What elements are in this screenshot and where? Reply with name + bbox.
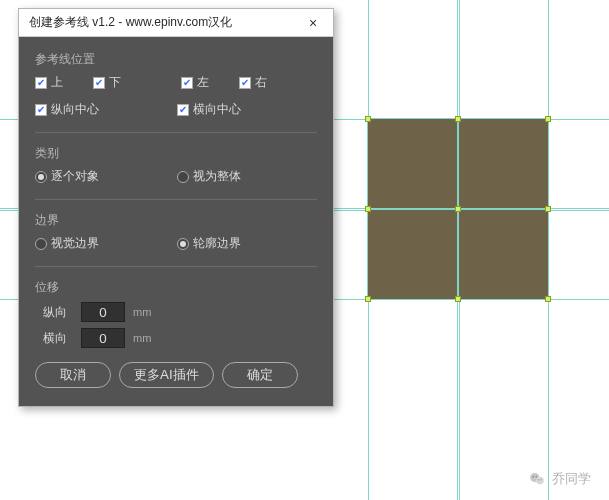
dialog-body: 参考线位置 ✔ 上 ✔ 下 ✔ 左 ✔ 右 — [19, 37, 333, 406]
section-category: 类别 逐个对象 视为整体 — [35, 145, 317, 185]
check-label: 纵向中心 — [51, 101, 99, 118]
radio-label: 轮廓边界 — [193, 235, 241, 252]
check-label: 横向中心 — [193, 101, 241, 118]
cancel-button[interactable]: 取消 — [35, 362, 111, 388]
radio-label: 视为整体 — [193, 168, 241, 185]
wechat-icon — [528, 470, 546, 488]
check-right[interactable]: ✔ 右 — [239, 74, 293, 91]
checkbox-icon: ✔ — [181, 77, 193, 89]
checkbox-icon: ✔ — [177, 104, 189, 116]
divider — [35, 266, 317, 267]
watermark: 乔同学 — [528, 470, 591, 488]
check-label: 下 — [109, 74, 121, 91]
radio-icon — [35, 171, 47, 183]
selection-handle[interactable] — [545, 116, 551, 122]
create-guides-dialog: 创建参考线 v1.2 - www.epinv.com汉化 × 参考线位置 ✔ 上… — [18, 8, 334, 407]
check-label: 左 — [197, 74, 209, 91]
selection-handle[interactable] — [545, 296, 551, 302]
button-label: 取消 — [60, 366, 86, 384]
check-left[interactable]: ✔ 左 — [181, 74, 235, 91]
more-plugins-button[interactable]: 更多AI插件 — [119, 362, 214, 388]
check-bottom[interactable]: ✔ 下 — [93, 74, 147, 91]
ok-button[interactable]: 确定 — [222, 362, 298, 388]
canvas-object[interactable] — [459, 210, 548, 299]
checkbox-icon: ✔ — [239, 77, 251, 89]
canvas-object[interactable] — [368, 210, 457, 299]
titlebar[interactable]: 创建参考线 v1.2 - www.epinv.com汉化 × — [19, 9, 333, 37]
offset-v-input[interactable] — [81, 302, 125, 322]
selection-handle[interactable] — [455, 206, 461, 212]
radio-icon — [177, 238, 189, 250]
selection-handle[interactable] — [545, 206, 551, 212]
guide-v — [457, 0, 458, 500]
close-button[interactable]: × — [299, 13, 327, 33]
section-label: 类别 — [35, 145, 317, 162]
radio-each-object[interactable]: 逐个对象 — [35, 168, 143, 185]
radio-label: 视觉边界 — [51, 235, 99, 252]
check-label: 右 — [255, 74, 267, 91]
radio-outline-bounds[interactable]: 轮廓边界 — [177, 235, 241, 252]
canvas-object[interactable] — [459, 119, 548, 208]
checkbox-icon: ✔ — [35, 104, 47, 116]
section-label: 位移 — [35, 279, 317, 296]
selection-handle[interactable] — [365, 116, 371, 122]
section-position: 参考线位置 ✔ 上 ✔ 下 ✔ 左 ✔ 右 — [35, 51, 317, 118]
svg-point-5 — [541, 479, 542, 480]
dialog-title: 创建参考线 v1.2 - www.epinv.com汉化 — [29, 14, 232, 31]
section-label: 参考线位置 — [35, 51, 317, 68]
guide-v — [548, 0, 549, 500]
radio-visual-bounds[interactable]: 视觉边界 — [35, 235, 143, 252]
check-hcenter[interactable]: ✔ 横向中心 — [177, 101, 241, 118]
radio-icon — [177, 171, 189, 183]
button-label: 确定 — [247, 366, 273, 384]
canvas-object[interactable] — [368, 119, 457, 208]
selection-handle[interactable] — [365, 296, 371, 302]
selection-handle[interactable] — [455, 116, 461, 122]
section-bounds: 边界 视觉边界 轮廓边界 — [35, 212, 317, 252]
check-top[interactable]: ✔ 上 — [35, 74, 89, 91]
svg-point-3 — [536, 476, 537, 477]
close-icon: × — [309, 15, 317, 31]
section-offset: 位移 纵向 mm 横向 mm — [35, 279, 317, 348]
selection-handle[interactable] — [365, 206, 371, 212]
svg-point-4 — [538, 479, 539, 480]
button-label: 更多AI插件 — [134, 366, 199, 384]
offset-v-label: 纵向 — [43, 304, 73, 321]
unit-label: mm — [133, 332, 151, 344]
offset-h-label: 横向 — [43, 330, 73, 347]
svg-point-2 — [533, 476, 534, 477]
radio-icon — [35, 238, 47, 250]
checkbox-icon: ✔ — [93, 77, 105, 89]
checkbox-icon: ✔ — [35, 77, 47, 89]
check-vcenter[interactable]: ✔ 纵向中心 — [35, 101, 143, 118]
svg-point-1 — [536, 477, 544, 485]
check-label: 上 — [51, 74, 63, 91]
watermark-text: 乔同学 — [552, 470, 591, 488]
selection-handle[interactable] — [455, 296, 461, 302]
section-label: 边界 — [35, 212, 317, 229]
radio-label: 逐个对象 — [51, 168, 99, 185]
radio-whole[interactable]: 视为整体 — [177, 168, 241, 185]
divider — [35, 199, 317, 200]
offset-h-input[interactable] — [81, 328, 125, 348]
unit-label: mm — [133, 306, 151, 318]
divider — [35, 132, 317, 133]
